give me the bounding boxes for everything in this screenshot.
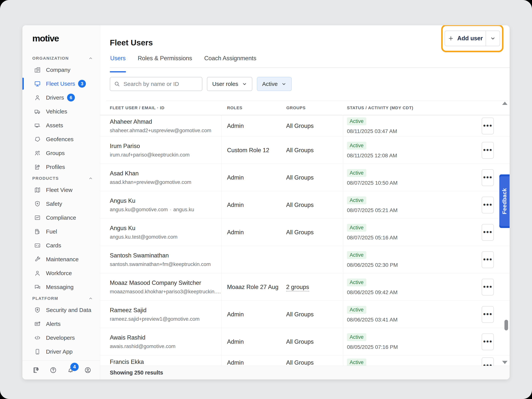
- sidebar-item-label: Alerts: [46, 321, 61, 327]
- status-badge: Active: [347, 117, 366, 125]
- user-roles: Admin: [227, 338, 286, 345]
- row-actions-button[interactable]: ●●●: [482, 169, 494, 186]
- tab-users[interactable]: Users: [110, 54, 126, 67]
- add-user-button[interactable]: Add user: [445, 31, 486, 46]
- page-title: Fleet Users: [110, 38, 153, 47]
- sidebar-item-messaging[interactable]: Messaging: [22, 280, 100, 294]
- sidebar-section-platform[interactable]: PLATFORM: [22, 294, 100, 303]
- user-roles: Admin: [227, 202, 286, 209]
- table-row: Awais Rashid awais.rashid@gomotive.com A…: [100, 328, 510, 355]
- sidebar-section-organization[interactable]: ORGANIZATION: [22, 54, 100, 63]
- user-roles: Admin: [227, 174, 286, 181]
- sidebar-item-fleet-view[interactable]: Fleet View: [22, 183, 100, 197]
- row-actions-button[interactable]: ●●●: [482, 118, 494, 134]
- sidebar-item-safety[interactable]: Safety: [22, 197, 100, 211]
- user-groups: All Groups: [286, 123, 314, 129]
- sidebar-section-products[interactable]: PRODUCTS: [22, 174, 100, 183]
- add-user-split-button: Add user: [445, 31, 500, 46]
- sidebar-item-label: Assets: [46, 122, 63, 129]
- ellipsis-icon: ●●●: [483, 123, 493, 128]
- row-actions-button[interactable]: ●●●: [482, 197, 494, 213]
- sidebar-item-developers[interactable]: Developers: [22, 331, 100, 345]
- sidebar-item-drivers[interactable]: Drivers 6: [22, 91, 100, 104]
- user-email: irum.rauf+pariso@keeptruckin.com: [110, 152, 227, 158]
- row-actions-button[interactable]: ●●●: [482, 251, 494, 268]
- user-name: Asad Khan: [110, 170, 227, 177]
- notifications-icon[interactable]: 4: [67, 367, 74, 374]
- sidebar-item-compliance[interactable]: Compliance: [22, 211, 100, 225]
- sidebar-item-driver-app[interactable]: Driver App: [22, 345, 100, 359]
- row-actions-button[interactable]: ●●●: [482, 357, 494, 366]
- row-actions-button[interactable]: ●●●: [482, 306, 494, 323]
- column-header-groups: GROUPS: [286, 105, 305, 110]
- polygon-icon: [34, 136, 41, 143]
- sidebar-item-profiles[interactable]: Profiles: [22, 160, 100, 174]
- status-filter-label: Active: [262, 81, 278, 87]
- sidebar-item-geofences[interactable]: Geofences: [22, 132, 100, 146]
- user-roles-dropdown[interactable]: User roles: [207, 77, 252, 91]
- row-actions-button[interactable]: ●●●: [482, 142, 494, 159]
- account-icon[interactable]: [84, 367, 91, 374]
- user-name: Santosh Swaminathan: [110, 252, 227, 259]
- column-divider: [343, 115, 343, 366]
- tab-bar: Users Roles & Permissions Coach Assignme…: [110, 54, 510, 68]
- chevron-up-icon: [88, 56, 93, 61]
- row-actions-button[interactable]: ●●●: [482, 333, 494, 350]
- scrollbar-thumb[interactable]: [504, 320, 508, 330]
- guide-icon[interactable]: [32, 367, 39, 374]
- table-row: Irum Pariso irum.rauf+pariso@keeptruckin…: [100, 137, 510, 164]
- fuel-pump-icon: [34, 228, 41, 235]
- user-groups: All Groups: [286, 359, 314, 366]
- user-email: moaazmasood.khokhar+pariso3@keeptruckin.…: [110, 289, 227, 295]
- ellipsis-icon: ●●●: [483, 229, 493, 234]
- motive-logo: motive: [32, 33, 100, 44]
- ellipsis-icon: ●●●: [483, 147, 493, 152]
- sidebar-item-cards[interactable]: Cards: [22, 238, 100, 252]
- wrench-icon: [34, 256, 41, 263]
- sidebar-item-groups[interactable]: Groups: [22, 146, 100, 160]
- id-card-gear-icon: [34, 163, 41, 171]
- email-id-separator: ·: [170, 207, 171, 212]
- sidebar-item-vehicles[interactable]: Vehicles: [22, 104, 100, 118]
- user-roles: Admin: [227, 355, 286, 366]
- sidebar-item-label: Security and Data: [46, 307, 91, 313]
- scrollbar-down-arrow[interactable]: [502, 361, 507, 364]
- sidebar-item-label: Groups: [46, 150, 65, 156]
- status-filter-dropdown[interactable]: Active: [257, 77, 292, 91]
- user-name: Irum Pariso: [110, 143, 227, 150]
- sidebar-item-alerts[interactable]: Alerts: [22, 317, 100, 331]
- user-name: Angus Ku: [110, 225, 227, 232]
- sidebar-item-fleet-users[interactable]: Fleet Users 3: [22, 77, 100, 91]
- row-actions-button[interactable]: ●●●: [482, 224, 494, 241]
- user-groups-link[interactable]: 2 groups: [286, 284, 309, 291]
- sidebar-item-maintenance[interactable]: Maintenance: [22, 252, 100, 266]
- sidebar-item-company[interactable]: Company: [22, 63, 100, 77]
- user-name: Awais Rashid: [110, 334, 227, 341]
- scrollbar-up-arrow[interactable]: [502, 102, 507, 105]
- chevron-up-icon: [88, 176, 93, 181]
- table-row: Rameez Sajid rameez.sajid+preview1@gomot…: [100, 301, 510, 328]
- user-roles: Admin: [227, 229, 286, 236]
- table-row: Francis Ekka Admin All Groups Active ●●●: [100, 355, 510, 366]
- monitor-icon: [34, 80, 41, 87]
- sidebar-item-label: Drivers: [46, 95, 64, 101]
- add-user-menu-button[interactable]: [486, 31, 500, 46]
- sidebar-item-workforce[interactable]: Workforce: [22, 266, 100, 280]
- tab-roles-permissions[interactable]: Roles & Permissions: [137, 54, 192, 67]
- table-body: Ahaheer Ahmad shaheer.ahmad2+uspreview@g…: [100, 115, 510, 366]
- status-badge: Active: [347, 279, 366, 286]
- tab-coach-assignments[interactable]: Coach Assignments: [204, 54, 257, 67]
- user-email: asad.khan+preview@gomotive.com: [110, 179, 227, 185]
- help-icon[interactable]: [50, 367, 57, 374]
- sidebar-item-label: Cards: [46, 242, 61, 249]
- sidebar-item-assets[interactable]: Assets: [22, 118, 100, 132]
- search-icon: [114, 81, 120, 87]
- add-user-label: Add user: [457, 35, 483, 42]
- search-input[interactable]: [123, 81, 198, 87]
- status-activity: 08/06/2025 09:42 AM: [347, 289, 398, 295]
- row-actions-button[interactable]: ●●●: [482, 279, 494, 295]
- sidebar-item-fuel[interactable]: Fuel: [22, 225, 100, 238]
- sidebar-item-security-and-data[interactable]: Security and Data: [22, 303, 100, 317]
- feedback-tab[interactable]: Feedback: [499, 174, 510, 228]
- user-roles: Custom Role 12: [227, 147, 286, 154]
